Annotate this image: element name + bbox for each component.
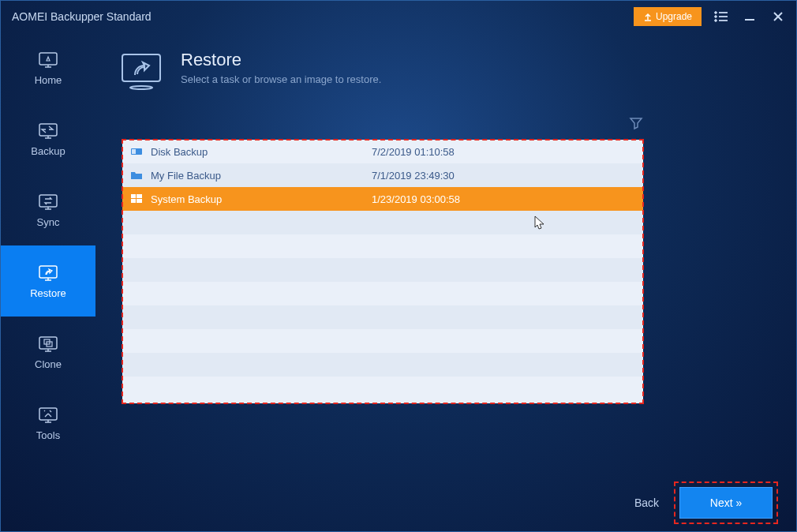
task-name: Disk Backup [151, 146, 372, 158]
task-row[interactable]: My File Backup 7/1/2019 23:49:30 [122, 163, 643, 187]
upgrade-button[interactable]: Upgrade [634, 7, 702, 26]
disk-icon [130, 145, 143, 158]
page-title: Restore [181, 50, 381, 70]
svg-point-4 [715, 20, 717, 22]
next-button-highlight: Next » [678, 485, 774, 520]
page-subtitle: Select a task or browse an image to rest… [181, 73, 381, 85]
window-controls [714, 9, 785, 24]
app-title: AOMEI Backupper Standard [12, 10, 634, 23]
svg-point-2 [715, 16, 717, 18]
clone-icon [37, 335, 59, 354]
svg-rect-9 [39, 53, 57, 65]
task-row-empty [122, 234, 643, 258]
sidebar-item-label: Clone [35, 358, 62, 370]
task-row-empty [122, 282, 643, 305]
task-row-empty [122, 329, 643, 353]
backup-icon [37, 122, 59, 140]
sidebar-item-label: Restore [30, 287, 66, 299]
task-date: 1/23/2019 03:00:58 [372, 193, 460, 205]
titlebar: AOMEI Backupper Standard Upgrade [1, 1, 796, 32]
close-icon[interactable] [771, 9, 785, 24]
task-name: System Backup [151, 193, 372, 205]
sidebar-item-restore[interactable]: Restore [1, 245, 95, 317]
filter-row [122, 116, 643, 133]
filter-icon[interactable] [629, 116, 643, 133]
back-button[interactable]: Back [634, 496, 659, 509]
task-list: Disk Backup 7/2/2019 01:10:58 My File Ba… [122, 140, 643, 403]
sidebar-item-label: Backup [31, 145, 65, 157]
sidebar-item-sync[interactable]: Sync [1, 174, 95, 245]
svg-rect-21 [131, 194, 136, 198]
home-icon [37, 51, 59, 69]
footer: Back Next » [634, 485, 774, 520]
svg-rect-20 [132, 149, 136, 154]
windows-icon [130, 193, 143, 205]
upgrade-label: Upgrade [656, 11, 692, 22]
svg-rect-22 [137, 194, 142, 198]
tools-icon [37, 406, 59, 425]
sidebar-item-clone[interactable]: Clone [1, 317, 95, 388]
task-date: 7/1/2019 23:49:30 [372, 170, 455, 182]
sidebar-item-backup[interactable]: Backup [1, 103, 95, 174]
svg-rect-13 [39, 337, 57, 349]
menu-list-icon[interactable] [714, 9, 728, 24]
task-row[interactable]: System Backup 1/23/2019 03:00:58 [122, 187, 643, 211]
next-button[interactable]: Next » [679, 487, 773, 519]
main-panel: Restore Select a task or browse an image… [95, 32, 796, 531]
task-row-empty [122, 211, 643, 234]
task-row[interactable]: Disk Backup 7/2/2019 01:10:58 [122, 140, 643, 163]
task-date: 7/2/2019 01:10:58 [372, 146, 455, 158]
sidebar-item-home[interactable]: Home [1, 32, 95, 103]
task-row-empty [122, 353, 643, 377]
svg-rect-23 [131, 199, 136, 203]
task-name: My File Backup [151, 170, 372, 182]
upgrade-arrow-icon [643, 12, 653, 21]
next-label: Next » [710, 496, 742, 509]
sidebar: Home Backup Sync Restore Clone Tools [1, 32, 95, 531]
svg-rect-24 [137, 199, 142, 203]
task-row-empty [122, 377, 643, 400]
svg-rect-11 [39, 195, 57, 207]
sidebar-item-label: Sync [37, 216, 60, 228]
app-window: AOMEI Backupper Standard Upgrade Home Ba… [0, 0, 797, 532]
sidebar-item-label: Tools [36, 429, 60, 441]
page-header: Restore Select a task or browse an image… [119, 50, 768, 94]
restore-monitor-icon [119, 50, 163, 94]
svg-point-0 [715, 12, 717, 14]
folder-icon [130, 169, 143, 182]
minimize-icon[interactable] [743, 9, 757, 24]
svg-point-18 [130, 86, 152, 89]
restore-icon [37, 264, 59, 283]
sidebar-item-label: Home [35, 74, 62, 86]
sidebar-item-tools[interactable]: Tools [1, 388, 95, 459]
task-row-empty [122, 258, 643, 282]
task-row-empty [122, 305, 643, 329]
sync-icon [37, 193, 59, 212]
